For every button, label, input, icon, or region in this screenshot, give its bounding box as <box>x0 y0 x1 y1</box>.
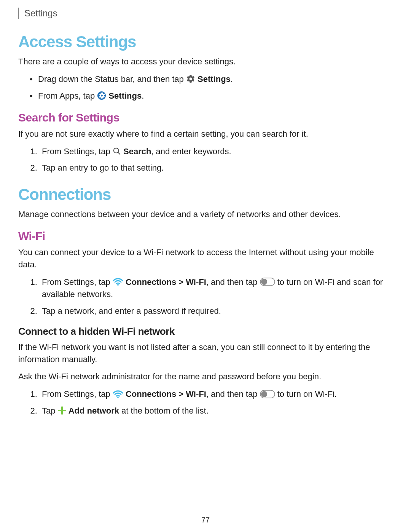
gear-icon <box>186 74 195 83</box>
step-bold: Connections > Wi-Fi <box>126 277 206 287</box>
heading-wifi: Wi-Fi <box>18 230 393 243</box>
bullet-apps: From Apps, tap Settings. <box>30 90 393 102</box>
bullet-bold: Settings <box>108 91 142 101</box>
step-search-1: From Settings, tap Search, and enter key… <box>40 145 393 158</box>
step-wifi-1: From Settings, tap Connections > Wi-Fi, … <box>40 276 393 300</box>
step-post: at the bottom of the list. <box>119 406 209 415</box>
settings-app-icon <box>97 91 106 100</box>
step-text: From Settings, tap <box>42 389 113 399</box>
step-text: Tap <box>42 406 58 415</box>
bullet-statusbar: Drag down the Status bar, and then tap S… <box>30 73 393 85</box>
svg-point-8 <box>261 391 267 397</box>
wifi-icon <box>113 390 123 398</box>
section-access-settings: Access Settings There are a couple of wa… <box>18 33 393 174</box>
bullet-text: From Apps, tap <box>38 91 97 101</box>
intro-access-settings: There are a couple of ways to access you… <box>18 56 393 68</box>
section-connections: Connections Manage connections between y… <box>18 185 393 417</box>
bullet-text: Drag down the Status bar, and then tap <box>38 74 186 84</box>
step-bold: Add network <box>68 406 119 415</box>
search-settings-steps: From Settings, tap Search, and enter key… <box>18 145 393 174</box>
heading-search-settings: Search for Settings <box>18 111 393 124</box>
step-mid: , and then tap <box>206 389 260 399</box>
svg-point-6 <box>117 396 119 398</box>
svg-point-3 <box>117 284 119 286</box>
intro-hidden-wifi: If the Wi-Fi network you want is not lis… <box>18 341 393 366</box>
bullet-bold: Settings <box>198 74 231 84</box>
svg-point-5 <box>261 279 267 285</box>
step-wifi-2: Tap a network, and enter a password if r… <box>40 305 393 317</box>
page-header: Settings <box>18 8 393 19</box>
wifi-steps: From Settings, tap Connections > Wi-Fi, … <box>18 276 393 317</box>
bullet-post: . <box>231 74 233 84</box>
toggle-off-icon <box>260 390 275 398</box>
toggle-off-icon <box>260 278 275 286</box>
search-icon <box>113 147 121 155</box>
page-number: 77 <box>0 516 411 524</box>
hidden-wifi-steps: From Settings, tap Connections > Wi-Fi, … <box>18 388 393 417</box>
heading-connections: Connections <box>18 185 393 204</box>
step-bold: Search <box>123 147 151 156</box>
step-hidden-1: From Settings, tap Connections > Wi-Fi, … <box>40 388 393 400</box>
plus-icon <box>58 406 66 415</box>
wifi-icon <box>113 278 123 286</box>
note-hidden-wifi: Ask the Wi-Fi network administrator for … <box>18 371 393 383</box>
heading-access-settings: Access Settings <box>18 33 393 51</box>
step-text: From Settings, tap <box>42 277 113 287</box>
step-search-2: Tap an entry to go to that setting. <box>40 162 393 174</box>
intro-wifi: You can connect your device to a Wi-Fi n… <box>18 246 393 271</box>
access-settings-bullets: Drag down the Status bar, and then tap S… <box>18 73 393 102</box>
svg-line-2 <box>118 152 120 155</box>
heading-hidden-wifi: Connect to a hidden Wi-Fi network <box>18 326 393 337</box>
step-bold: Connections > Wi-Fi <box>126 389 206 399</box>
step-hidden-2: Tap Add network at the bottom of the lis… <box>40 405 393 417</box>
step-post: , and enter keywords. <box>151 147 231 156</box>
header-title: Settings <box>24 8 57 19</box>
bullet-post: . <box>142 91 144 101</box>
step-post: to turn on Wi-Fi. <box>277 389 337 399</box>
header-divider <box>18 8 19 19</box>
step-text: From Settings, tap <box>42 147 113 156</box>
step-mid: , and then tap <box>206 277 260 287</box>
intro-search-settings: If you are not sure exactly where to fin… <box>18 128 393 140</box>
intro-connections: Manage connections between your device a… <box>18 208 393 220</box>
document-page: Settings Access Settings There are a cou… <box>0 0 411 532</box>
